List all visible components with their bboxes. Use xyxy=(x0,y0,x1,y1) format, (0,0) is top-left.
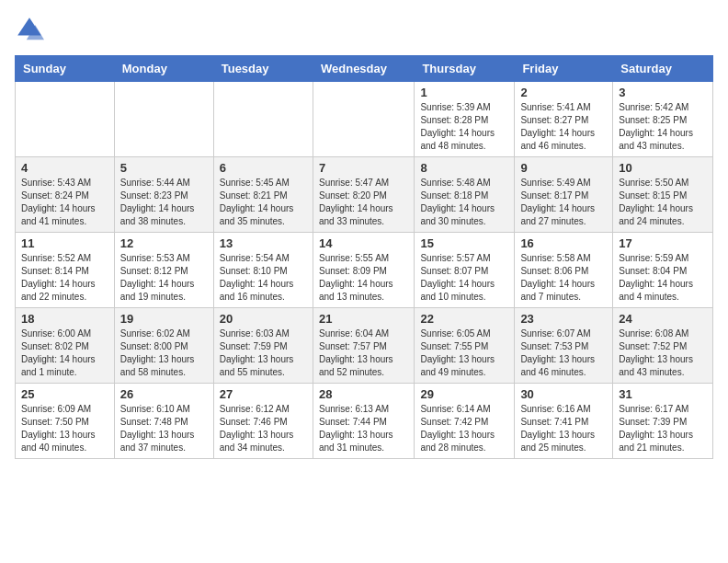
day-cell: 19Sunrise: 6:02 AM Sunset: 8:00 PM Dayli… xyxy=(114,308,213,384)
day-content: Sunrise: 5:42 AM Sunset: 8:25 PM Dayligh… xyxy=(619,101,707,153)
header-cell-thursday: Thursday xyxy=(415,56,515,82)
day-cell: 23Sunrise: 6:07 AM Sunset: 7:53 PM Dayli… xyxy=(515,308,613,384)
day-number: 16 xyxy=(520,236,607,250)
day-number: 31 xyxy=(619,387,707,401)
day-content: Sunrise: 5:58 AM Sunset: 8:06 PM Dayligh… xyxy=(520,252,607,304)
day-cell: 2Sunrise: 5:41 AM Sunset: 8:27 PM Daylig… xyxy=(515,82,613,157)
day-cell: 25Sunrise: 6:09 AM Sunset: 7:50 PM Dayli… xyxy=(16,384,115,459)
day-cell: 6Sunrise: 5:45 AM Sunset: 8:21 PM Daylig… xyxy=(213,157,313,233)
day-content: Sunrise: 5:43 AM Sunset: 8:24 PM Dayligh… xyxy=(21,177,108,228)
day-number: 5 xyxy=(120,161,208,175)
header-cell-friday: Friday xyxy=(515,56,613,82)
day-cell: 26Sunrise: 6:10 AM Sunset: 7:48 PM Dayli… xyxy=(114,384,213,459)
day-cell: 11Sunrise: 5:52 AM Sunset: 8:14 PM Dayli… xyxy=(16,233,115,308)
day-content: Sunrise: 6:00 AM Sunset: 8:02 PM Dayligh… xyxy=(21,327,108,379)
day-content: Sunrise: 6:12 AM Sunset: 7:46 PM Dayligh… xyxy=(220,403,307,454)
header-row: SundayMondayTuesdayWednesdayThursdayFrid… xyxy=(16,56,713,82)
day-cell: 12Sunrise: 5:53 AM Sunset: 8:12 PM Dayli… xyxy=(114,233,213,308)
day-number: 1 xyxy=(420,86,508,99)
day-cell xyxy=(114,82,213,157)
day-content: Sunrise: 6:10 AM Sunset: 7:48 PM Dayligh… xyxy=(120,403,208,454)
calendar: SundayMondayTuesdayWednesdayThursdayFrid… xyxy=(15,55,713,459)
day-number: 13 xyxy=(220,236,307,250)
week-row-4: 18Sunrise: 6:00 AM Sunset: 8:02 PM Dayli… xyxy=(16,308,713,384)
header-cell-tuesday: Tuesday xyxy=(213,56,313,82)
day-cell: 27Sunrise: 6:12 AM Sunset: 7:46 PM Dayli… xyxy=(213,384,313,459)
day-number: 17 xyxy=(619,236,707,250)
day-cell: 21Sunrise: 6:04 AM Sunset: 7:57 PM Dayli… xyxy=(313,308,414,384)
logo-icon xyxy=(15,15,44,44)
day-cell: 18Sunrise: 6:00 AM Sunset: 8:02 PM Dayli… xyxy=(16,308,115,384)
day-content: Sunrise: 5:49 AM Sunset: 8:17 PM Dayligh… xyxy=(520,177,607,228)
header-cell-sunday: Sunday xyxy=(16,56,115,82)
day-number: 15 xyxy=(420,236,508,250)
week-row-3: 11Sunrise: 5:52 AM Sunset: 8:14 PM Dayli… xyxy=(16,233,713,308)
day-content: Sunrise: 5:50 AM Sunset: 8:15 PM Dayligh… xyxy=(619,177,707,228)
day-number: 3 xyxy=(619,86,707,99)
day-content: Sunrise: 6:13 AM Sunset: 7:44 PM Dayligh… xyxy=(319,403,408,454)
day-content: Sunrise: 5:53 AM Sunset: 8:12 PM Dayligh… xyxy=(120,252,208,304)
day-cell: 28Sunrise: 6:13 AM Sunset: 7:44 PM Dayli… xyxy=(313,384,414,459)
week-row-2: 4Sunrise: 5:43 AM Sunset: 8:24 PM Daylig… xyxy=(16,157,713,233)
day-content: Sunrise: 5:41 AM Sunset: 8:27 PM Dayligh… xyxy=(520,101,607,153)
day-content: Sunrise: 5:52 AM Sunset: 8:14 PM Dayligh… xyxy=(21,252,108,304)
day-cell: 9Sunrise: 5:49 AM Sunset: 8:17 PM Daylig… xyxy=(515,157,613,233)
day-cell: 10Sunrise: 5:50 AM Sunset: 8:15 PM Dayli… xyxy=(613,157,713,233)
day-cell: 24Sunrise: 6:08 AM Sunset: 7:52 PM Dayli… xyxy=(613,308,713,384)
day-number: 25 xyxy=(21,387,108,401)
day-content: Sunrise: 5:48 AM Sunset: 8:18 PM Dayligh… xyxy=(420,177,508,228)
day-content: Sunrise: 5:57 AM Sunset: 8:07 PM Dayligh… xyxy=(420,252,508,304)
day-content: Sunrise: 5:54 AM Sunset: 8:10 PM Dayligh… xyxy=(220,252,307,304)
header-cell-monday: Monday xyxy=(114,56,213,82)
day-content: Sunrise: 6:03 AM Sunset: 7:59 PM Dayligh… xyxy=(220,327,307,379)
day-content: Sunrise: 5:44 AM Sunset: 8:23 PM Dayligh… xyxy=(120,177,208,228)
day-cell xyxy=(313,82,414,157)
day-content: Sunrise: 5:55 AM Sunset: 8:09 PM Dayligh… xyxy=(319,252,408,304)
day-cell xyxy=(16,82,115,157)
day-number: 18 xyxy=(21,312,108,326)
day-content: Sunrise: 5:39 AM Sunset: 8:28 PM Dayligh… xyxy=(420,101,508,153)
day-number: 9 xyxy=(520,161,607,175)
day-number: 12 xyxy=(120,236,208,250)
logo xyxy=(15,15,48,44)
day-number: 4 xyxy=(21,161,108,175)
day-cell: 29Sunrise: 6:14 AM Sunset: 7:42 PM Dayli… xyxy=(415,384,515,459)
header-cell-saturday: Saturday xyxy=(613,56,713,82)
week-row-1: 1Sunrise: 5:39 AM Sunset: 8:28 PM Daylig… xyxy=(16,82,713,157)
day-number: 10 xyxy=(619,161,707,175)
day-number: 21 xyxy=(319,312,408,326)
day-number: 23 xyxy=(520,312,607,326)
day-cell: 13Sunrise: 5:54 AM Sunset: 8:10 PM Dayli… xyxy=(213,233,313,308)
day-number: 7 xyxy=(319,161,408,175)
day-content: Sunrise: 6:14 AM Sunset: 7:42 PM Dayligh… xyxy=(420,403,508,454)
day-cell: 22Sunrise: 6:05 AM Sunset: 7:55 PM Dayli… xyxy=(415,308,515,384)
day-number: 8 xyxy=(420,161,508,175)
day-content: Sunrise: 6:16 AM Sunset: 7:41 PM Dayligh… xyxy=(520,403,607,454)
day-cell: 3Sunrise: 5:42 AM Sunset: 8:25 PM Daylig… xyxy=(613,82,713,157)
day-cell: 4Sunrise: 5:43 AM Sunset: 8:24 PM Daylig… xyxy=(16,157,115,233)
day-cell: 30Sunrise: 6:16 AM Sunset: 7:41 PM Dayli… xyxy=(515,384,613,459)
day-number: 29 xyxy=(420,387,508,401)
day-number: 6 xyxy=(220,161,307,175)
page-header xyxy=(15,15,713,44)
day-content: Sunrise: 6:09 AM Sunset: 7:50 PM Dayligh… xyxy=(21,403,108,454)
day-content: Sunrise: 6:08 AM Sunset: 7:52 PM Dayligh… xyxy=(619,327,707,379)
day-cell: 15Sunrise: 5:57 AM Sunset: 8:07 PM Dayli… xyxy=(415,233,515,308)
day-number: 14 xyxy=(319,236,408,250)
day-number: 20 xyxy=(220,312,307,326)
day-content: Sunrise: 6:07 AM Sunset: 7:53 PM Dayligh… xyxy=(520,327,607,379)
header-cell-wednesday: Wednesday xyxy=(313,56,414,82)
day-cell: 20Sunrise: 6:03 AM Sunset: 7:59 PM Dayli… xyxy=(213,308,313,384)
week-row-5: 25Sunrise: 6:09 AM Sunset: 7:50 PM Dayli… xyxy=(16,384,713,459)
day-cell xyxy=(213,82,313,157)
day-cell: 8Sunrise: 5:48 AM Sunset: 8:18 PM Daylig… xyxy=(415,157,515,233)
day-cell: 14Sunrise: 5:55 AM Sunset: 8:09 PM Dayli… xyxy=(313,233,414,308)
day-content: Sunrise: 6:17 AM Sunset: 7:39 PM Dayligh… xyxy=(619,403,707,454)
day-number: 24 xyxy=(619,312,707,326)
day-content: Sunrise: 6:05 AM Sunset: 7:55 PM Dayligh… xyxy=(420,327,508,379)
day-cell: 17Sunrise: 5:59 AM Sunset: 8:04 PM Dayli… xyxy=(613,233,713,308)
day-content: Sunrise: 6:04 AM Sunset: 7:57 PM Dayligh… xyxy=(319,327,408,379)
day-number: 30 xyxy=(520,387,607,401)
day-content: Sunrise: 5:59 AM Sunset: 8:04 PM Dayligh… xyxy=(619,252,707,304)
day-cell: 31Sunrise: 6:17 AM Sunset: 7:39 PM Dayli… xyxy=(613,384,713,459)
